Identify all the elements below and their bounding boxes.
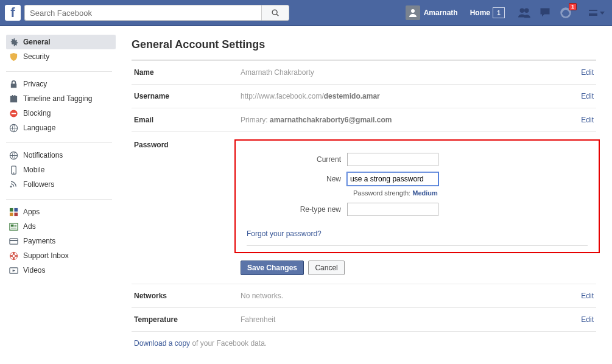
messages-icon[interactable] bbox=[539, 7, 551, 19]
home-count-badge: 1 bbox=[493, 7, 505, 18]
lock-icon bbox=[9, 79, 18, 89]
globe-icon bbox=[9, 150, 18, 160]
edit-email-link[interactable]: Edit bbox=[581, 116, 594, 124]
page-title: General Account Settings bbox=[132, 38, 596, 51]
password-highlight-box: Current New Password strength: Medium Re… bbox=[234, 139, 600, 253]
rss-icon bbox=[9, 180, 18, 189]
sidebar-item-label: Apps bbox=[23, 206, 40, 217]
edit-name-link[interactable]: Edit bbox=[581, 68, 594, 77]
mobile-icon bbox=[9, 165, 18, 175]
sidebar-item-support[interactable]: Support Inbox bbox=[6, 248, 116, 263]
gear-icon bbox=[9, 37, 18, 47]
sidebar-item-label: Mobile bbox=[23, 164, 44, 175]
sidebar: GeneralSecurityPrivacyTimeline and Taggi… bbox=[0, 26, 116, 364]
profile-name: Amarnath bbox=[424, 9, 458, 17]
friend-requests-icon[interactable] bbox=[518, 7, 530, 19]
password-strength: Password strength: Medium bbox=[247, 189, 588, 197]
sidebar-item-followers[interactable]: Followers bbox=[6, 177, 116, 192]
row-networks: Networks No networks. Edit bbox=[132, 284, 596, 307]
retype-password-label: Re-type new bbox=[247, 205, 347, 214]
topbar-right: Amarnath Home 1 1 bbox=[399, 4, 605, 21]
sidebar-item-mobile[interactable]: Mobile bbox=[6, 163, 116, 177]
sidebar-item-blocking[interactable]: Blocking bbox=[6, 106, 116, 121]
save-changes-button[interactable]: Save Changes bbox=[241, 261, 304, 275]
edit-networks-link[interactable]: Edit bbox=[581, 292, 594, 300]
sidebar-item-privacy[interactable]: Privacy bbox=[6, 77, 116, 91]
card-icon bbox=[9, 236, 18, 246]
sidebar-item-label: Language bbox=[23, 122, 55, 133]
sidebar-item-label: Videos bbox=[23, 265, 45, 276]
edit-username-link[interactable]: Edit bbox=[581, 92, 594, 100]
main-content: General Account Settings Name Amarnath C… bbox=[116, 26, 612, 364]
topbar: f Amarnath Home 1 1 bbox=[0, 0, 612, 26]
sidebar-item-videos[interactable]: Videos bbox=[6, 263, 116, 278]
forgot-password-link[interactable]: Forgot your password? bbox=[247, 229, 322, 238]
home-link[interactable]: Home 1 bbox=[464, 4, 511, 21]
retype-password-input[interactable] bbox=[347, 203, 438, 216]
ads-icon bbox=[9, 222, 18, 231]
avatar-icon bbox=[406, 5, 420, 20]
search-wrap bbox=[24, 5, 289, 21]
block-icon bbox=[9, 108, 18, 118]
sidebar-item-timeline[interactable]: Timeline and Tagging bbox=[6, 91, 116, 106]
row-username: Username http://www.facebook.com/destemi… bbox=[132, 84, 596, 108]
life-icon bbox=[9, 251, 18, 261]
sidebar-item-label: Payments bbox=[23, 236, 55, 247]
sidebar-item-ads[interactable]: Ads bbox=[6, 219, 116, 234]
row-temperature: Temperature Fahrenheit Edit bbox=[132, 307, 596, 331]
row-password: Password Current New Password strength: … bbox=[132, 131, 596, 284]
sidebar-item-label: Notifications bbox=[23, 150, 63, 161]
notifications-icon[interactable]: 1 bbox=[560, 7, 572, 19]
apps-icon bbox=[9, 207, 18, 217]
profile-link[interactable]: Amarnath bbox=[399, 4, 464, 21]
edit-temperature-link[interactable]: Edit bbox=[581, 315, 594, 324]
row-email: Email Primary: amarnathchakraborty6@gmai… bbox=[132, 108, 596, 131]
sidebar-item-label: Security bbox=[23, 51, 49, 62]
globe-icon bbox=[9, 123, 18, 133]
download-data-link[interactable]: Download a copy bbox=[134, 339, 190, 348]
notifications-count-badge: 1 bbox=[569, 3, 577, 10]
sidebar-item-general[interactable]: General bbox=[6, 35, 116, 49]
shield-icon bbox=[9, 52, 18, 61]
search-input[interactable] bbox=[24, 5, 261, 21]
sidebar-item-label: Followers bbox=[23, 179, 54, 190]
sidebar-item-security[interactable]: Security bbox=[6, 49, 116, 64]
settings-menu-icon[interactable] bbox=[589, 10, 605, 16]
current-password-input[interactable] bbox=[347, 153, 438, 166]
current-password-label: Current bbox=[247, 155, 347, 164]
video-icon bbox=[9, 265, 18, 275]
search-button[interactable] bbox=[261, 5, 289, 21]
sidebar-item-label: General bbox=[23, 37, 51, 47]
sidebar-item-payments[interactable]: Payments bbox=[6, 234, 116, 248]
new-password-input[interactable] bbox=[347, 172, 438, 186]
svg-point-21 bbox=[411, 9, 415, 13]
cal-icon bbox=[9, 94, 18, 103]
cancel-button[interactable]: Cancel bbox=[308, 261, 344, 275]
sidebar-item-label: Timeline and Tagging bbox=[23, 93, 92, 104]
row-name: Name Amarnath Chakraborty Edit bbox=[132, 60, 596, 84]
sidebar-item-label: Support Inbox bbox=[23, 250, 69, 261]
sidebar-item-label: Blocking bbox=[23, 108, 51, 119]
sidebar-item-label: Ads bbox=[23, 221, 36, 232]
download-data-row: Download a copy of your Facebook data. bbox=[132, 331, 596, 355]
new-password-label: New bbox=[247, 175, 347, 183]
logo-icon[interactable]: f bbox=[5, 5, 21, 21]
sidebar-item-notifications[interactable]: Notifications bbox=[6, 148, 116, 163]
sidebar-item-language[interactable]: Language bbox=[6, 121, 116, 135]
sidebar-item-label: Privacy bbox=[23, 79, 47, 89]
sidebar-item-apps[interactable]: Apps bbox=[6, 205, 116, 219]
